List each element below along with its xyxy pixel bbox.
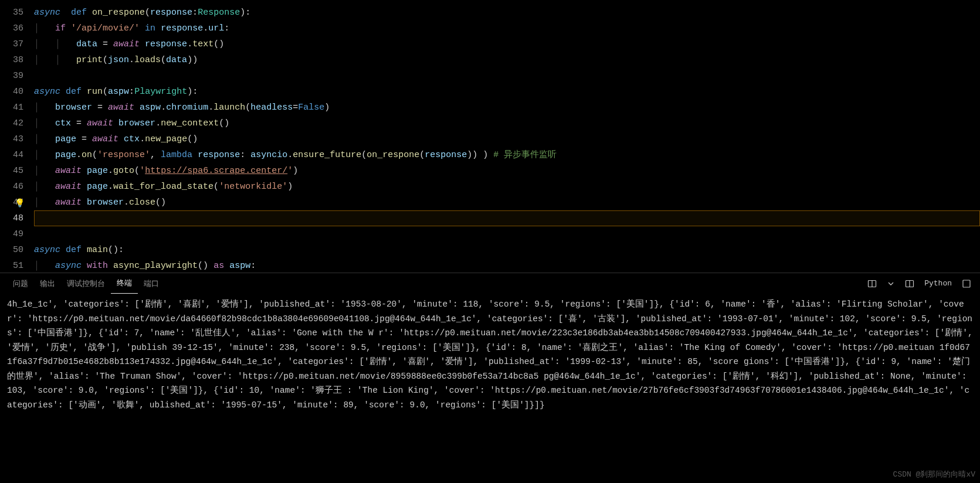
- split-editor-icon[interactable]: [903, 277, 916, 290]
- token: launch: [213, 103, 245, 113]
- token: [82, 245, 87, 255]
- token: main: [87, 245, 108, 255]
- token: json: [108, 55, 129, 65]
- token: Response: [198, 8, 240, 18]
- code-line[interactable]: │ await page.wait_for_load_state('networ…: [34, 179, 980, 195]
- token: (): [155, 198, 166, 208]
- token: (: [213, 182, 219, 192]
- token: .: [129, 55, 134, 65]
- code-line[interactable]: 💡│ await browser.close(): [34, 195, 980, 210]
- token: [134, 103, 140, 113]
- code-editor[interactable]: 3536373839404142434445464748495051 async…: [0, 0, 980, 273]
- token: ,: [150, 150, 161, 160]
- token: [140, 23, 145, 33]
- token: aspw: [229, 261, 250, 271]
- code-line[interactable]: [34, 210, 980, 226]
- token: (: [419, 150, 425, 160]
- panel-tab-0[interactable]: 问题: [7, 273, 34, 294]
- line-number: 40: [0, 84, 23, 100]
- code-line[interactable]: [34, 226, 980, 242]
- code-line[interactable]: │ │ print(json.loads(data)): [34, 52, 980, 68]
- token: ): [293, 166, 298, 176]
- token: =: [82, 134, 87, 144]
- token: │: [34, 23, 55, 33]
- token: ): [324, 103, 330, 113]
- code-line[interactable]: │ async with async_playwright() as aspw:: [34, 258, 980, 273]
- language-label[interactable]: Python: [922, 279, 954, 288]
- line-number: 38: [0, 52, 23, 68]
- panel-tab-4[interactable]: 端口: [138, 273, 165, 294]
- token: ): [287, 182, 293, 192]
- token: [192, 150, 198, 160]
- code-line[interactable]: │ page = await ctx.new_page(): [34, 131, 980, 147]
- code-line[interactable]: async def on_respone(response:Response):: [34, 5, 980, 21]
- token: chromium: [166, 103, 208, 113]
- token: =: [103, 39, 108, 49]
- token: [60, 8, 71, 18]
- code-line[interactable]: │ page.on('response', lambda response: a…: [34, 147, 980, 163]
- token: https://spa6.scrape.center/: [145, 166, 287, 176]
- code-area[interactable]: async def on_respone(response:Response):…: [34, 0, 980, 273]
- maximize-panel-icon[interactable]: [960, 277, 973, 290]
- line-number: 39: [0, 68, 23, 84]
- token: False: [298, 103, 324, 113]
- token: on_respone: [92, 8, 145, 18]
- token: (): [187, 134, 198, 144]
- lightbulb-icon[interactable]: 💡: [15, 196, 25, 212]
- code-line[interactable]: │ if '/api/movie/' in response.url:: [34, 21, 980, 36]
- line-number: 41: [0, 100, 23, 115]
- chevron-down-icon[interactable]: [884, 277, 897, 290]
- token: .: [287, 150, 293, 160]
- token: [118, 134, 124, 144]
- token: │: [34, 182, 55, 192]
- token: [103, 103, 108, 113]
- token: await: [55, 198, 82, 208]
- token: def: [66, 87, 82, 97]
- token: aspw: [140, 103, 161, 113]
- token: close: [129, 198, 155, 208]
- token: :: [250, 261, 256, 271]
- token: [155, 23, 161, 33]
- token: '/api/movie/': [71, 23, 140, 33]
- line-number: 50: [0, 242, 23, 258]
- token: browser: [118, 118, 155, 128]
- token: loads: [134, 55, 161, 65]
- terminal-output[interactable]: 4h_1e_1c', 'categories': ['剧情', '喜剧', '爱…: [0, 294, 980, 475]
- token: │: [34, 261, 55, 271]
- token: url: [208, 23, 224, 33]
- code-line[interactable]: async def run(aspw:Playwright):: [34, 84, 980, 100]
- token: [76, 134, 82, 144]
- panel-tab-2[interactable]: 调试控制台: [61, 273, 111, 294]
- panel-layout-icon[interactable]: [866, 277, 879, 290]
- token: .: [108, 182, 113, 192]
- token: [82, 198, 87, 208]
- line-number: 36: [0, 21, 23, 36]
- token: :: [224, 23, 229, 33]
- code-line[interactable]: │ await page.goto('https://spa6.scrape.c…: [34, 163, 980, 179]
- code-line[interactable]: │ browser = await aspw.chromium.launch(h…: [34, 100, 980, 115]
- token: [87, 8, 92, 18]
- token: .: [203, 23, 208, 33]
- token: Playwright: [134, 87, 187, 97]
- line-gutter: 3536373839404142434445464748495051: [0, 0, 34, 273]
- token: [87, 134, 92, 144]
- panel-tab-3[interactable]: 终端: [111, 273, 138, 294]
- token: .: [124, 198, 129, 208]
- token: await: [113, 39, 140, 49]
- token: │: [34, 118, 55, 128]
- token: await: [108, 103, 134, 113]
- token: │: [34, 134, 55, 144]
- token: │: [34, 150, 55, 160]
- code-line[interactable]: [34, 68, 980, 84]
- token: (: [145, 8, 150, 18]
- code-line[interactable]: │ │ data = await response.text(): [34, 36, 980, 52]
- token: (): [219, 118, 229, 128]
- code-line[interactable]: async def main():: [34, 242, 980, 258]
- token: headless: [250, 103, 293, 113]
- panel-tab-1[interactable]: 输出: [34, 273, 61, 294]
- token: def: [71, 8, 87, 18]
- token: [82, 182, 87, 192]
- code-line[interactable]: │ ctx = await browser.new_context(): [34, 115, 980, 131]
- token: ):: [240, 8, 250, 18]
- token: [66, 23, 71, 33]
